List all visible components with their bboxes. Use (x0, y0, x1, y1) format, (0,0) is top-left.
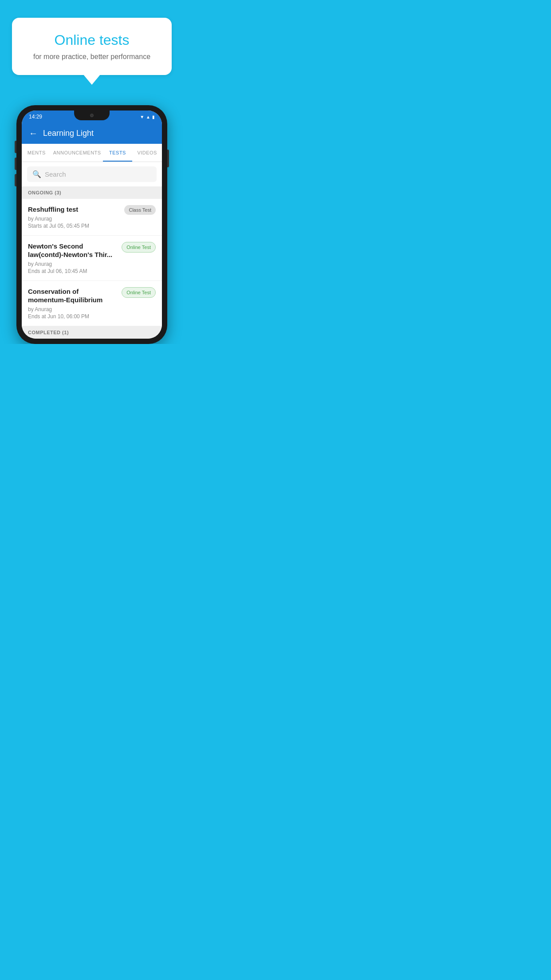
search-icon: 🔍 (32, 170, 41, 178)
back-button[interactable]: ← (29, 128, 38, 138)
front-camera (90, 114, 94, 117)
tab-tests[interactable]: TESTS (103, 144, 133, 162)
test-item[interactable]: Newton's Second law(contd)-Newton's Thir… (22, 236, 162, 281)
power-button (167, 150, 169, 167)
app-title: Learning Light (43, 129, 94, 138)
silent-button (15, 174, 16, 186)
badge-online-test: Online Test (122, 242, 156, 253)
test-name: Newton's Second law(contd)-Newton's Thir… (28, 242, 117, 259)
tab-announcements[interactable]: ANNOUNCEMENTS (51, 144, 103, 162)
app-header: ← Learning Light (22, 123, 162, 144)
volume-down-button (15, 158, 16, 170)
test-name: Reshuffling test (28, 205, 120, 214)
signal-icon: ▲ (146, 115, 150, 119)
test-date: Ends at Jun 10, 06:00 PM (28, 313, 117, 320)
tab-ments[interactable]: MENTS (22, 144, 51, 162)
phone-mockup: 14:29 ▼ ▲ ▮ ← Learning Light MENTS ANNOU… (16, 105, 167, 344)
battery-icon: ▮ (152, 115, 155, 119)
bubble-title: Online tests (24, 32, 159, 48)
status-icons: ▼ ▲ ▮ (140, 115, 155, 119)
test-date: Ends at Jul 06, 10:45 AM (28, 268, 117, 274)
test-date: Starts at Jul 05, 05:45 PM (28, 223, 120, 229)
completed-section-header: COMPLETED (1) (22, 326, 162, 339)
wifi-icon: ▼ (140, 115, 144, 119)
test-by: by Anurag (28, 306, 117, 312)
hero-section: Online tests for more practice, better p… (0, 0, 184, 84)
tabs-container: MENTS ANNOUNCEMENTS TESTS VIDEOS (22, 144, 162, 162)
test-info: Conservation of momentum-Equilibrium by … (28, 287, 117, 320)
test-info: Reshuffling test by Anurag Starts at Jul… (28, 205, 120, 229)
bubble-subtitle: for more practice, better performance (24, 53, 159, 61)
phone-notch (74, 111, 110, 120)
search-container: 🔍 Search (22, 162, 162, 186)
search-placeholder: Search (45, 170, 66, 178)
badge-class-test: Class Test (124, 205, 156, 215)
ongoing-section-header: ONGOING (3) (22, 186, 162, 199)
tests-list: Reshuffling test by Anurag Starts at Jul… (22, 199, 162, 326)
test-name: Conservation of momentum-Equilibrium (28, 287, 117, 304)
badge-online-test: Online Test (122, 287, 156, 298)
volume-up-button (15, 141, 16, 153)
search-input-wrapper[interactable]: 🔍 Search (27, 166, 157, 182)
test-item[interactable]: Reshuffling test by Anurag Starts at Jul… (22, 199, 162, 236)
speech-bubble: Online tests for more practice, better p… (12, 18, 172, 75)
tab-videos[interactable]: VIDEOS (132, 144, 162, 162)
test-by: by Anurag (28, 261, 117, 267)
test-by: by Anurag (28, 216, 120, 222)
test-item[interactable]: Conservation of momentum-Equilibrium by … (22, 281, 162, 326)
test-info: Newton's Second law(contd)-Newton's Thir… (28, 242, 117, 274)
phone-screen: 14:29 ▼ ▲ ▮ ← Learning Light MENTS ANNOU… (22, 111, 162, 339)
status-time: 14:29 (29, 114, 42, 120)
